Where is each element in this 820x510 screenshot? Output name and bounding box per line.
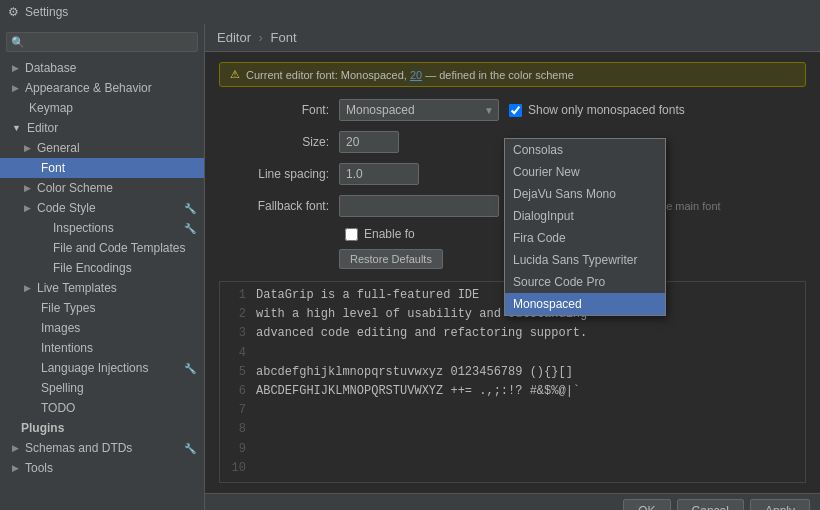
- breadcrumb-font: Font: [271, 30, 297, 45]
- code-line-4: 4: [228, 344, 797, 363]
- font-label: Font:: [219, 103, 339, 117]
- sidebar-item-plugins[interactable]: Plugins: [0, 418, 204, 438]
- breadcrumb-editor: Editor: [217, 30, 251, 45]
- sidebar-item-todo[interactable]: TODO: [0, 398, 204, 418]
- settings-wrench-icon: 🔧: [184, 363, 196, 374]
- font-size-link[interactable]: 20: [410, 69, 422, 81]
- font-row: Font: Monospaced ▼ Show only monospaced …: [219, 99, 806, 121]
- warning-text: Current editor font: Monospaced, 20 — de…: [246, 69, 574, 81]
- panel-header: Editor › Font: [205, 24, 820, 52]
- breadcrumb-separator: ›: [259, 30, 263, 45]
- cancel-button[interactable]: Cancel: [677, 499, 744, 510]
- collapse-icon: ▶: [24, 143, 31, 153]
- fallback-label: Fallback font:: [219, 199, 339, 213]
- collapse-icon: ▶: [12, 463, 19, 473]
- dropdown-item-source-code-pro[interactable]: Source Code Pro: [505, 271, 665, 293]
- dropdown-item-dialoglnput[interactable]: DialogInput: [505, 205, 665, 227]
- collapse-icon: ▶: [12, 83, 19, 93]
- line-number: 3: [228, 324, 246, 343]
- code-text: ABCDEFGHIJKLMNOPQRSTUVWXYZ ++= .,;:!? #&…: [256, 382, 580, 401]
- sidebar-item-font[interactable]: Font: [0, 158, 204, 178]
- code-line-7: 7: [228, 401, 797, 420]
- sidebar: 🔍 ▶ Database ▶ Appearance & Behavior Key…: [0, 24, 205, 510]
- code-line-5: 5 abcdefghijklmnopqrstuvwxyz 0123456789 …: [228, 363, 797, 382]
- dropdown-item-consolas[interactable]: Consolas: [505, 139, 665, 161]
- line-spacing-input[interactable]: [339, 163, 419, 185]
- settings-wrench-icon: 🔧: [184, 203, 196, 214]
- apply-button[interactable]: Apply: [750, 499, 810, 510]
- sidebar-item-intentions[interactable]: Intentions: [0, 338, 204, 358]
- warning-icon: ⚠: [230, 68, 240, 81]
- dropdown-item-courier-new[interactable]: Courier New: [505, 161, 665, 183]
- dialog-content: 🔍 ▶ Database ▶ Appearance & Behavior Key…: [0, 24, 820, 510]
- size-label: Size:: [219, 135, 339, 149]
- code-line-3: 3 advanced code editing and refactoring …: [228, 324, 797, 343]
- dropdown-item-fira-code[interactable]: Fira Code: [505, 227, 665, 249]
- monospaced-checkbox[interactable]: [509, 104, 522, 117]
- code-text: DataGrip is a full-featured IDE: [256, 286, 479, 305]
- search-box[interactable]: 🔍: [6, 32, 198, 52]
- sidebar-item-inspections[interactable]: Inspections 🔧: [0, 218, 204, 238]
- ok-button[interactable]: OK: [623, 499, 670, 510]
- line-number: 5: [228, 363, 246, 382]
- sidebar-item-spelling[interactable]: Spelling: [0, 378, 204, 398]
- restore-defaults-button[interactable]: Restore Defaults: [339, 249, 443, 269]
- search-input[interactable]: [6, 32, 198, 52]
- collapse-open-icon: ▼: [12, 123, 21, 133]
- collapse-icon: ▶: [12, 443, 19, 453]
- size-input[interactable]: [339, 131, 399, 153]
- sidebar-item-tools[interactable]: ▶ Tools: [0, 458, 204, 478]
- font-dropdown-wrapper[interactable]: Monospaced ▼: [339, 99, 499, 121]
- sidebar-item-database[interactable]: ▶ Database: [0, 58, 204, 78]
- sidebar-item-general[interactable]: ▶ General: [0, 138, 204, 158]
- sidebar-item-editor[interactable]: ▼ Editor: [0, 118, 204, 138]
- code-text: abcdefghijklmnopqrstuvwxyz 0123456789 ()…: [256, 363, 573, 382]
- font-dropdown-popup: Consolas Courier New DejaVu Sans Mono Di…: [504, 138, 666, 316]
- monospaced-label[interactable]: Show only monospaced fonts: [528, 103, 685, 117]
- settings-wrench-icon: 🔧: [184, 443, 196, 454]
- ligatures-label[interactable]: Enable fo: [364, 227, 415, 241]
- collapse-icon: ▶: [12, 63, 19, 73]
- sidebar-item-file-encodings[interactable]: File Encodings: [0, 258, 204, 278]
- sidebar-item-color-scheme[interactable]: ▶ Color Scheme: [0, 178, 204, 198]
- ligatures-checkbox[interactable]: [345, 228, 358, 241]
- panel-body: ⚠ Current editor font: Monospaced, 20 — …: [205, 52, 820, 493]
- main-panel: Editor › Font ⚠ Current editor font: Mon…: [205, 24, 820, 510]
- line-number: 2: [228, 305, 246, 324]
- collapse-icon: ▶: [24, 283, 31, 293]
- sidebar-item-live-templates[interactable]: ▶ Live Templates: [0, 278, 204, 298]
- code-line-8: 8: [228, 420, 797, 439]
- settings-dialog: 🔍 ▶ Database ▶ Appearance & Behavior Key…: [0, 24, 820, 510]
- main-container: 🔍 ▶ Database ▶ Appearance & Behavior Key…: [0, 24, 820, 510]
- collapse-icon: ▶: [24, 203, 31, 213]
- fallback-input[interactable]: [339, 195, 499, 217]
- title-bar: ⚙ Settings: [0, 0, 820, 24]
- sidebar-item-appearance[interactable]: ▶ Appearance & Behavior: [0, 78, 204, 98]
- window-title: Settings: [25, 5, 68, 19]
- monospaced-checkbox-row: Show only monospaced fonts: [509, 103, 685, 117]
- code-line-9: 9: [228, 440, 797, 459]
- line-number: 8: [228, 420, 246, 439]
- sidebar-item-file-types[interactable]: File Types: [0, 298, 204, 318]
- collapse-icon: ▶: [24, 183, 31, 193]
- search-icon: 🔍: [11, 36, 25, 49]
- sidebar-item-language-injections[interactable]: Language Injections 🔧: [0, 358, 204, 378]
- line-number: 6: [228, 382, 246, 401]
- sidebar-item-images[interactable]: Images: [0, 318, 204, 338]
- line-spacing-label: Line spacing:: [219, 167, 339, 181]
- sidebar-item-file-code-templates[interactable]: File and Code Templates: [0, 238, 204, 258]
- code-line-6: 6 ABCDEFGHIJKLMNOPQRSTUVWXYZ ++= .,;:!? …: [228, 382, 797, 401]
- sidebar-item-schemas-dtds[interactable]: ▶ Schemas and DTDs 🔧: [0, 438, 204, 458]
- sidebar-item-code-style[interactable]: ▶ Code Style 🔧: [0, 198, 204, 218]
- line-number: 9: [228, 440, 246, 459]
- line-number: 1: [228, 286, 246, 305]
- dialog-footer: OK Cancel Apply: [205, 493, 820, 510]
- dropdown-item-dejavu[interactable]: DejaVu Sans Mono: [505, 183, 665, 205]
- settings-wrench-icon: 🔧: [184, 223, 196, 234]
- sidebar-item-keymap[interactable]: Keymap: [0, 98, 204, 118]
- dropdown-item-monospaced[interactable]: Monospaced: [505, 293, 665, 315]
- line-number: 10: [228, 459, 246, 478]
- dropdown-item-lucida[interactable]: Lucida Sans Typewriter: [505, 249, 665, 271]
- font-select[interactable]: Monospaced: [339, 99, 499, 121]
- code-text: advanced code editing and refactoring su…: [256, 324, 587, 343]
